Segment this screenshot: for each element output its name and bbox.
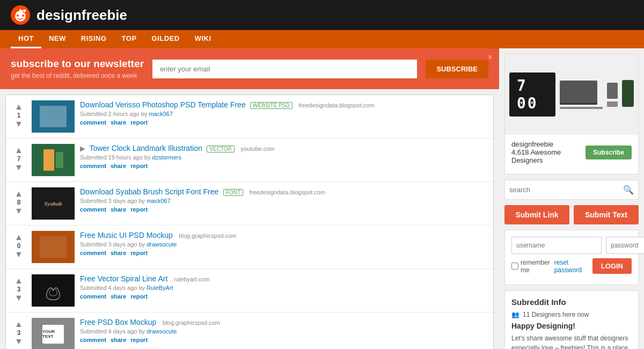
nav-top[interactable]: TOP [114, 30, 144, 48]
remember-me-checkbox[interactable] [511, 263, 518, 270]
post-author-link[interactable]: RuleByArt [147, 285, 173, 291]
post-title-link[interactable]: Download Verisso Photoshop PSD Template … [80, 100, 246, 109]
post-title-link[interactable]: Download Syabab Brush Script Font Free [80, 187, 218, 196]
post-meta: Submitted 19 hours ago by dzstormers [80, 154, 488, 161]
post-actions: comment share report [80, 119, 488, 126]
downvote-button[interactable]: ▼ [14, 120, 23, 128]
downvote-button[interactable]: ▼ [14, 337, 23, 346]
vote-column: ▲ 7 ▼ [11, 144, 26, 172]
post-author-link[interactable]: mack067 [147, 198, 171, 204]
report-link[interactable]: report [130, 206, 148, 213]
vote-count: 8 [17, 199, 21, 206]
post-tag: VECTOR [207, 146, 235, 152]
search-icon[interactable]: 🔍 [623, 185, 634, 195]
reddit-logo-icon [11, 5, 30, 25]
subreddit-tagline: Happy Designing! [511, 322, 632, 330]
post-actions: comment share report [80, 206, 488, 213]
vote-count: 3 [17, 329, 21, 337]
share-link[interactable]: share [111, 337, 126, 343]
sidebar-search-input[interactable] [509, 186, 623, 194]
newsletter-email-input[interactable] [152, 60, 417, 78]
post-body: Free Music UI PSD Mockup blog.graphicsps… [80, 231, 488, 256]
comment-link[interactable]: comment [80, 163, 106, 169]
post-body: ▶ Tower Clock Landmark Illustration VECT… [80, 144, 488, 169]
post-title-link[interactable]: Free Music UI PSD Mockup [80, 231, 173, 239]
report-link[interactable]: report [130, 293, 148, 300]
upvote-button[interactable]: ▲ [14, 190, 23, 198]
comment-link[interactable]: comment [80, 337, 106, 343]
login-credentials-row [511, 237, 632, 254]
table-row: ▲ 3 ▼ Free Vector Spiral Line Art ruleby… [6, 269, 493, 312]
sidebar-subscribe-button[interactable]: Subscribe [586, 146, 632, 159]
post-author-link[interactable]: mack067 [149, 111, 173, 117]
login-button[interactable]: LOGIN [592, 258, 632, 274]
upvote-button[interactable]: ▲ [14, 103, 23, 111]
svg-rect-8 [19, 10, 21, 12]
post-body: Download Verisso Photoshop PSD Template … [80, 100, 488, 126]
share-link[interactable]: share [111, 119, 126, 126]
post-title-link[interactable]: Tower Clock Landmark Illustration [90, 144, 202, 152]
comment-link[interactable]: comment [80, 119, 106, 126]
site-title: designfreebie [36, 7, 127, 24]
nav-hot[interactable]: HOT [11, 30, 41, 48]
newsletter-subscribe-button[interactable]: SUBSCRIBE [426, 60, 488, 78]
post-author-link[interactable]: drawsocute [147, 328, 177, 335]
vote-count: 7 [17, 155, 21, 163]
password-input[interactable] [606, 237, 644, 254]
username-input[interactable] [511, 237, 602, 254]
post-title-link[interactable]: Free PSD Box Mockup [80, 318, 156, 326]
nav-rising[interactable]: RISING [74, 30, 114, 48]
comment-link[interactable]: comment [80, 250, 106, 256]
post-domain: blog.graphicspsd.com [179, 232, 236, 239]
submit-text-button[interactable]: Submit Text [574, 205, 639, 224]
post-meta: Submitted 4 days ago by drawsocute [80, 328, 488, 335]
sidebar-site-info: designfreebie 4,618 Awesome Designers Su… [505, 135, 638, 174]
share-link[interactable]: share [111, 206, 126, 213]
post-body: Free PSD Box Mockup blog.graphicspsd.com… [80, 318, 488, 343]
reset-password-link[interactable]: reset password [554, 259, 588, 274]
post-actions: comment share report [80, 337, 488, 343]
downvote-button[interactable]: ▼ [14, 250, 23, 259]
report-link[interactable]: report [130, 250, 148, 256]
post-thumbnail: YOUR TEXT [32, 318, 75, 349]
post-meta: Submitted 2 hours ago by mack067 [80, 111, 488, 117]
report-link[interactable]: report [130, 163, 148, 169]
newsletter-close-icon[interactable]: × [488, 53, 493, 62]
sidebar-ad: 7 00 designfreebie [504, 54, 639, 174]
share-link[interactable]: share [111, 293, 126, 300]
nav-wiki[interactable]: WIKI [187, 30, 219, 48]
submit-link-button[interactable]: Submit Link [504, 205, 569, 224]
table-row: ▲ 8 ▼ Syabab Download Syabab Brush Scrip… [6, 182, 493, 226]
post-author-link[interactable]: drawsocute [147, 241, 177, 248]
nav-gilded[interactable]: GILDED [144, 30, 187, 48]
downvote-button[interactable]: ▼ [14, 163, 23, 172]
comment-link[interactable]: comment [80, 206, 106, 213]
post-actions: comment share report [80, 163, 488, 169]
vote-column: ▲ 0 ▼ [11, 231, 26, 259]
sidebar: 7 00 designfreebie [499, 48, 644, 349]
post-meta: Submitted 3 days ago by drawsocute [80, 241, 488, 248]
remember-me-label[interactable]: remember me [511, 259, 550, 274]
post-domain: youtube.com [240, 146, 274, 152]
post-tag: WEBSITE PSD [250, 102, 292, 109]
post-tag: FONT [223, 189, 243, 196]
post-author-link[interactable]: dzstormers [152, 154, 181, 161]
content-area: subscribe to our newsletter get the best… [0, 48, 499, 349]
nav-new[interactable]: NEW [41, 30, 74, 48]
comment-link[interactable]: comment [80, 293, 106, 300]
upvote-button[interactable]: ▲ [14, 233, 23, 242]
online-count: 11 Designers here now [523, 311, 589, 318]
share-link[interactable]: share [111, 250, 126, 256]
downvote-button[interactable]: ▼ [14, 207, 23, 215]
share-link[interactable]: share [111, 163, 126, 169]
upvote-button[interactable]: ▲ [14, 320, 23, 329]
downvote-button[interactable]: ▼ [14, 294, 23, 302]
upvote-button[interactable]: ▲ [14, 146, 23, 155]
post-title-link[interactable]: Free Vector Spiral Line Art [80, 274, 167, 283]
report-link[interactable]: report [130, 119, 148, 126]
upvote-button[interactable]: ▲ [14, 277, 23, 285]
report-link[interactable]: report [130, 337, 148, 343]
play-icon: ▶ [80, 144, 85, 152]
sidebar-subscriber-count: 4,618 Awesome Designers [511, 148, 586, 164]
ad-desk-image: 7 00 [505, 54, 638, 135]
